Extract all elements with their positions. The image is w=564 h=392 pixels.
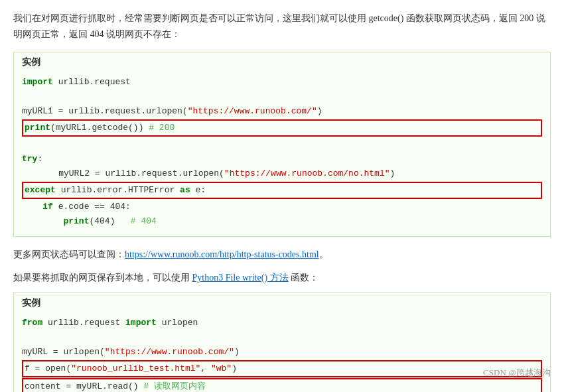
- code-line-highlight: print(myURL1.getcode()) # 200: [22, 119, 542, 137]
- code-line: print(404) # 404: [22, 214, 542, 229]
- between-text-1a: 更多网页状态码可以查阅：: [13, 249, 125, 259]
- file-write-link[interactable]: Python3 File write() 方法: [192, 273, 289, 283]
- code-line: if e.code == 404:: [22, 200, 542, 214]
- code-area-2: from urllib.request import urlopen myURL…: [14, 312, 550, 392]
- code-line: myURL = urlopen("https://www.runoob.com/…: [22, 345, 542, 359]
- code-line: myURL2 = urllib.request.urlopen("https:/…: [22, 166, 542, 181]
- code-line: import urllib.request: [22, 75, 542, 90]
- between-text-2: 如果要将抓取的网页保存到本地，可以使用 Python3 File write()…: [13, 269, 551, 286]
- code-line: myURL1 = urllib.request.urlopen("https:/…: [22, 104, 542, 119]
- code-line: try:: [22, 152, 542, 166]
- code-area-1: import urllib.request myURL1 = urllib.re…: [14, 71, 550, 236]
- example-box-2: 实例 from urllib.request import urlopen my…: [13, 293, 551, 392]
- status-codes-link[interactable]: https://www.runoob.com/http/http-status-…: [125, 249, 319, 259]
- code-line: [22, 137, 542, 152]
- code-line-highlight: f = open("runoob_urllib_test.html", "wb"…: [22, 360, 542, 377]
- code-line: [22, 90, 542, 104]
- between-text-2a: 如果要将抓取的网页保存到本地，可以使用: [13, 273, 192, 283]
- between-text-2b: 函数：: [289, 273, 319, 283]
- example-box-1: 实例 import urllib.request myURL1 = urllib…: [13, 52, 551, 237]
- code-line: from urllib.request import urlopen: [22, 316, 542, 330]
- example-label-1: 实例: [14, 52, 550, 71]
- code-line-highlight: content = myURL.read() # 读取网页内容: [22, 378, 542, 392]
- code-line-highlight: except urllib.error.HTTPError as e:: [22, 182, 542, 199]
- csdn-watermark: CSDN @跨越海沟: [483, 367, 551, 379]
- between-text-1: 更多网页状态码可以查阅：https://www.runoob.com/http/…: [13, 246, 551, 263]
- between-text-1b: 。: [319, 249, 328, 259]
- example-label-2: 实例: [14, 293, 550, 312]
- intro-paragraph: 我们在对网页进行抓取时，经常需要判断网页是否可以正常访问，这里我们就可以使用 g…: [13, 11, 551, 42]
- code-line: [22, 330, 542, 345]
